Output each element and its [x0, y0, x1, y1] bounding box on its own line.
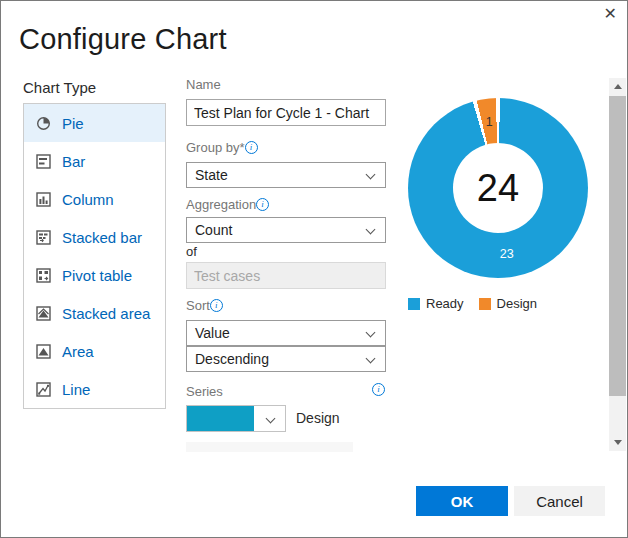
- chevron-down-icon: [266, 414, 276, 424]
- chart-type-item-label: Stacked bar: [62, 229, 142, 246]
- sort-direction-value: Descending: [195, 351, 269, 367]
- info-icon[interactable]: [245, 141, 258, 154]
- sort-label-text: Sort: [186, 298, 210, 313]
- group-by-value: State: [195, 167, 228, 183]
- group-by-label-text: Group by*: [186, 140, 245, 155]
- slice-label: 1: [486, 115, 493, 129]
- line-chart-icon: [36, 382, 51, 397]
- stacked-area-chart-icon: [36, 306, 51, 321]
- chart-type-label: Chart Type: [23, 79, 96, 96]
- chart-type-item-column[interactable]: Column: [24, 180, 165, 218]
- aggregation-value: Count: [195, 222, 232, 238]
- info-icon[interactable]: [256, 198, 269, 211]
- info-icon[interactable]: [372, 383, 385, 396]
- chevron-down-icon: [366, 170, 376, 180]
- chart-legend: ReadyDesign: [408, 296, 537, 311]
- of-label: of: [186, 244, 197, 259]
- chart-type-item-bar[interactable]: Bar: [24, 142, 165, 180]
- dialog-title: Configure Chart: [19, 23, 227, 56]
- chart-type-item-label: Column: [62, 191, 114, 208]
- donut-chart: 24 231: [408, 98, 588, 278]
- aggregation-label-text: Aggregation: [186, 197, 256, 212]
- scrollbar-thumb[interactable]: [609, 96, 626, 396]
- sort-label: Sort: [186, 298, 223, 313]
- donut-center-total: 24: [453, 143, 543, 233]
- chart-type-item-stacked-bar[interactable]: Stacked bar: [24, 218, 165, 256]
- chart-type-list: Pie Bar Column: [23, 103, 166, 409]
- chart-type-item-area[interactable]: Area: [24, 332, 165, 370]
- chart-name-input[interactable]: [186, 99, 386, 126]
- chart-type-item-label: Line: [62, 381, 90, 398]
- aggregation-of-field: [186, 262, 386, 289]
- legend-label: Design: [497, 296, 537, 311]
- chart-type-item-label: Bar: [62, 153, 85, 170]
- slice-label: 23: [500, 247, 514, 261]
- chart-type-item-pie[interactable]: Pie: [24, 104, 165, 142]
- chart-type-item-line[interactable]: Line: [24, 370, 165, 408]
- area-chart-icon: [36, 344, 51, 359]
- legend-item: Design: [479, 296, 537, 311]
- chart-type-item-label: Pivot table: [62, 267, 132, 284]
- sort-field-value: Value: [195, 325, 230, 341]
- scroll-up-button[interactable]: [609, 78, 626, 95]
- chevron-down-icon: [366, 328, 376, 338]
- scroll-up-icon: [614, 84, 622, 89]
- group-by-select[interactable]: State: [186, 162, 386, 188]
- pivot-table-icon: [36, 268, 51, 283]
- scroll-down-icon: [614, 440, 622, 445]
- chevron-down-icon: [366, 225, 376, 235]
- scrollbar[interactable]: [609, 78, 626, 451]
- series-color-swatch: [187, 406, 254, 431]
- scroll-down-button[interactable]: [609, 434, 626, 451]
- series-color-select[interactable]: [186, 405, 286, 432]
- sort-field-select[interactable]: Value: [186, 320, 386, 346]
- series-label: Series: [186, 384, 223, 399]
- chart-type-item-stacked-area[interactable]: Stacked area: [24, 294, 165, 332]
- legend-item: Ready: [408, 296, 464, 311]
- sort-direction-select[interactable]: Descending: [186, 346, 386, 372]
- legend-label: Ready: [426, 296, 464, 311]
- pie-chart-icon: [36, 116, 51, 131]
- legend-swatch: [408, 298, 420, 310]
- column-chart-icon: [36, 192, 51, 207]
- legend-swatch: [479, 298, 491, 310]
- chart-type-item-label: Pie: [62, 115, 84, 132]
- stacked-bar-chart-icon: [36, 230, 51, 245]
- chart-type-item-label: Stacked area: [62, 305, 150, 322]
- aggregation-select[interactable]: Count: [186, 217, 386, 243]
- close-icon[interactable]: ✕: [604, 6, 617, 22]
- configure-chart-dialog: ✕ Configure Chart Chart Type Pie Bar: [0, 0, 628, 538]
- info-icon[interactable]: [210, 299, 223, 312]
- next-series-row-partial: [186, 442, 353, 452]
- cancel-button[interactable]: Cancel: [514, 486, 605, 516]
- chart-type-item-pivot-table[interactable]: Pivot table: [24, 256, 165, 294]
- series-name-label: Design: [296, 410, 340, 426]
- chart-type-item-label: Area: [62, 343, 94, 360]
- group-by-label: Group by*: [186, 140, 258, 155]
- name-label: Name: [186, 77, 221, 92]
- aggregation-label: Aggregation: [186, 197, 269, 212]
- bar-chart-icon: [36, 154, 51, 169]
- ok-button[interactable]: OK: [416, 486, 508, 516]
- chevron-down-icon: [366, 354, 376, 364]
